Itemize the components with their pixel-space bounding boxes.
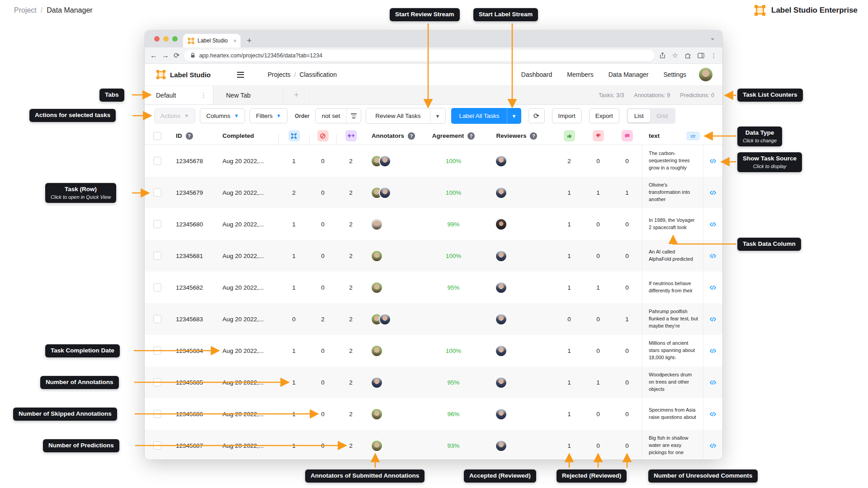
share-icon[interactable]	[659, 52, 666, 59]
actions-button[interactable]: Actions ▼	[154, 108, 195, 123]
tab-new-tab[interactable]: New Tab	[213, 86, 283, 104]
bookmark-star-icon[interactable]: ☆	[672, 52, 678, 60]
reload-icon[interactable]: ⟳	[174, 52, 179, 59]
row-checkbox[interactable]	[153, 283, 161, 291]
help-icon[interactable]: ?	[530, 132, 537, 140]
review-all-tasks-button[interactable]: Review All Tasks ▼	[366, 108, 445, 124]
table-row[interactable]: 12345683 Aug 20 2022,... 0 2 2 0 0 1 Pah…	[145, 303, 722, 335]
row-checkbox[interactable]	[153, 441, 161, 450]
table-row[interactable]: 12345681 Aug 20 2022,... 1 0 2 100% 1 0 …	[145, 240, 722, 272]
show-source-code-icon[interactable]	[709, 347, 717, 354]
extensions-puzzle-icon[interactable]	[684, 52, 691, 59]
show-source-code-icon[interactable]	[709, 442, 717, 449]
chevron-down-icon[interactable]: ▼	[430, 108, 445, 123]
table-row[interactable]: 12345682 Aug 20 2022,... 1 0 2 95% 1 1 0…	[145, 272, 722, 303]
row-checkbox[interactable]	[153, 188, 161, 197]
show-source-code-icon[interactable]	[709, 189, 717, 196]
show-source-code-icon[interactable]	[709, 411, 717, 418]
select-all-checkbox[interactable]	[153, 132, 161, 140]
forward-icon[interactable]: →	[162, 52, 169, 59]
skipped-annotations-icon[interactable]	[317, 130, 329, 141]
table-row[interactable]: 12345684 Aug 20 2022,... 1 0 2 100% 1 0 …	[145, 335, 722, 366]
show-source-code-icon[interactable]	[709, 284, 717, 291]
list-view-button[interactable]: List	[628, 109, 650, 122]
label-all-tasks-button[interactable]: Label All Tasks ▼	[451, 108, 521, 124]
columns-button[interactable]: Columns ▼	[200, 108, 245, 123]
nav-dashboard[interactable]: Dashboard	[521, 71, 552, 78]
breadcrumb-parent[interactable]: Project	[14, 6, 37, 14]
import-button[interactable]: Import	[552, 108, 582, 123]
show-source-code-icon[interactable]	[709, 379, 717, 386]
project-breadcrumb-parent[interactable]: Projects	[268, 71, 291, 78]
col-agreement-label[interactable]: Agreement	[432, 132, 464, 139]
agreement-value: 95%	[428, 284, 479, 291]
tab-search-chevron-icon[interactable]: ⌄	[710, 34, 715, 41]
table-row[interactable]: 12345680 Aug 20 2022,... 1 0 2 99% 1 0 0…	[145, 208, 722, 240]
col-id-label[interactable]: ID	[176, 132, 182, 139]
show-source-code-icon[interactable]	[709, 316, 717, 323]
hamburger-menu-icon[interactable]	[237, 72, 244, 78]
add-tab-button[interactable]: +	[283, 86, 310, 104]
side-panel-icon[interactable]	[698, 52, 704, 59]
accepted-count: 2	[554, 158, 584, 164]
minimize-window-button[interactable]	[163, 36, 169, 42]
tab-close-icon[interactable]: ✕	[233, 38, 237, 43]
comments-icon[interactable]	[622, 130, 633, 141]
row-checkbox[interactable]	[153, 410, 161, 418]
col-completed-label[interactable]: Completed	[222, 132, 254, 139]
show-source-code-icon[interactable]	[709, 221, 717, 228]
rejected-count: 1	[584, 379, 612, 386]
row-checkbox[interactable]	[153, 252, 161, 260]
row-checkbox[interactable]	[153, 315, 161, 323]
order-control[interactable]: not set	[315, 108, 362, 123]
show-source-code-icon[interactable]	[709, 253, 717, 259]
table-row[interactable]: 12345679 Aug 20 2022,... 2 0 2 100% 1 1 …	[145, 177, 722, 208]
help-icon[interactable]: ?	[467, 132, 475, 140]
table-row[interactable]: 12345678 Aug 20 2022,... 1 0 2 100% 2 0 …	[145, 145, 722, 177]
tab-options-kebab-icon[interactable]: ⋮	[200, 92, 207, 99]
filters-button[interactable]: Filters ▼	[250, 108, 288, 123]
chevron-down-icon[interactable]: ▼	[507, 108, 521, 124]
address-bar[interactable]: app.heartex.com/projects/123456/data?tab…	[184, 50, 654, 61]
nav-data-manager[interactable]: Data Manager	[609, 71, 649, 78]
row-checkbox[interactable]	[153, 347, 161, 355]
col-reviewers-label[interactable]: Reviewers	[496, 132, 527, 139]
maximize-window-button[interactable]	[172, 36, 178, 42]
row-checkbox[interactable]	[153, 220, 161, 228]
rejected-thumb-down-icon[interactable]	[593, 130, 604, 141]
annotations-count: 1	[278, 253, 309, 259]
task-table-body: 12345678 Aug 20 2022,... 1 0 2 100% 2 0 …	[145, 145, 722, 460]
reviewer-avatars	[479, 345, 554, 357]
help-icon[interactable]: ?	[408, 132, 415, 140]
user-avatar[interactable]	[699, 68, 712, 81]
help-icon[interactable]: ?	[186, 132, 193, 140]
nav-members[interactable]: Members	[567, 71, 593, 78]
grid-view-button[interactable]: Grid	[650, 109, 675, 122]
col-annotators-label[interactable]: Annotators	[372, 132, 404, 139]
back-icon[interactable]: ←	[150, 52, 157, 59]
export-button[interactable]: Export	[589, 108, 619, 123]
data-type-badge[interactable]: str	[687, 132, 699, 140]
predictions-sparkles-icon[interactable]: ✦✚	[345, 130, 357, 141]
order-value: not set	[316, 113, 347, 119]
table-row[interactable]: 12345686 Aug 20 2022,... 1 0 2 96% 1 0 0…	[145, 398, 722, 430]
lock-icon	[190, 52, 195, 58]
annotations-count: 0	[278, 316, 309, 323]
row-checkbox[interactable]	[153, 378, 161, 386]
row-checkbox[interactable]	[153, 157, 161, 165]
browser-menu-kebab-icon[interactable]: ⋮	[711, 52, 717, 59]
browser-tab[interactable]: Label Studio ✕	[183, 34, 241, 47]
app-brand[interactable]: Label Studio	[156, 70, 211, 80]
accepted-thumb-up-icon[interactable]	[564, 130, 575, 141]
col-text-label[interactable]: text	[649, 132, 660, 139]
nav-settings[interactable]: Settings	[663, 71, 686, 78]
refresh-button[interactable]: ⟳	[528, 108, 545, 123]
table-row[interactable]: 12345687 Aug 20 2022,... 1 0 2 93% 1 0 0…	[145, 430, 722, 460]
annotations-count-icon[interactable]	[288, 130, 300, 141]
show-source-code-icon[interactable]	[709, 158, 717, 164]
close-window-button[interactable]	[154, 36, 160, 42]
sort-icon[interactable]	[346, 109, 361, 123]
new-tab-icon[interactable]: +	[247, 37, 252, 45]
table-row[interactable]: 12345685 Aug 20 2022,... 1 0 2 95% 1 1 0…	[145, 366, 722, 398]
tab-default[interactable]: Default ⋮	[145, 86, 213, 104]
